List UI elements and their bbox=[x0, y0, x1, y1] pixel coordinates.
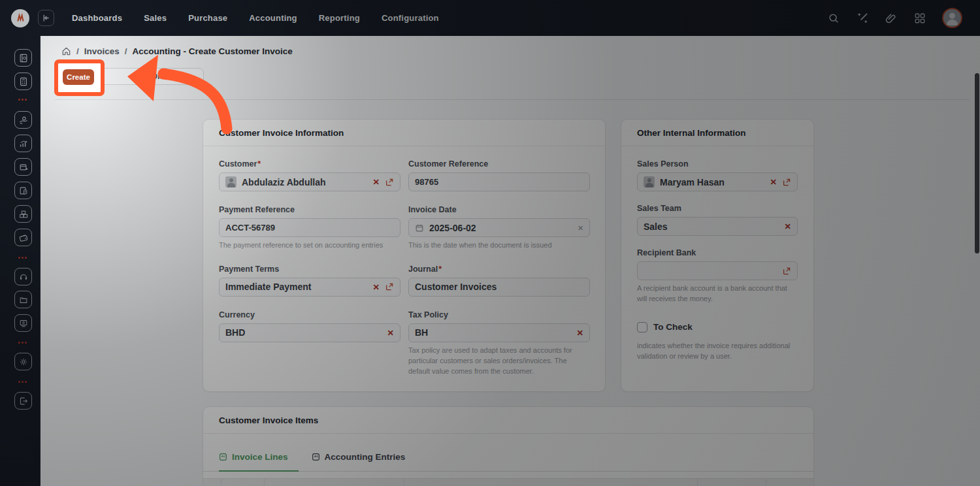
table-header-cell bbox=[203, 479, 221, 486]
required-marker: * bbox=[438, 265, 442, 274]
paperclip-icon[interactable] bbox=[885, 12, 898, 25]
breadcrumb-invoices[interactable]: Invoices bbox=[84, 46, 120, 56]
menu-purchase[interactable]: Purchase bbox=[188, 13, 227, 23]
customer-reference-input[interactable]: 98765 bbox=[408, 172, 590, 191]
header-divider bbox=[55, 99, 970, 100]
logo-glyph-icon bbox=[14, 12, 26, 24]
field-label: Tax Policy bbox=[408, 310, 448, 319]
other-internal-information-card: Other Internal Information Sales Person … bbox=[621, 119, 814, 392]
app-logo[interactable] bbox=[11, 9, 29, 27]
journal-input[interactable]: Customer Invoices bbox=[408, 278, 590, 297]
field-helper: The payment reference to set on accounti… bbox=[219, 240, 400, 251]
menu-accounting[interactable]: Accounting bbox=[249, 13, 297, 23]
field-label: Invoice Date bbox=[408, 205, 457, 214]
field-currency: Currency BHD ✕ bbox=[219, 310, 400, 377]
sidebar-collapse-button[interactable] bbox=[38, 10, 54, 26]
clear-sales-team-icon[interactable]: ✕ bbox=[785, 221, 791, 231]
field-journal: Journal* Customer Invoices bbox=[408, 265, 590, 297]
sidebar-support-icon[interactable] bbox=[14, 268, 32, 285]
sidebar-divider bbox=[18, 257, 27, 259]
menu-dashboards[interactable]: Dashboards bbox=[72, 13, 122, 23]
menu-reporting[interactable]: Reporting bbox=[319, 13, 360, 23]
field-customer: Customer* Abdulaziz Abdullah ✕ bbox=[219, 159, 400, 191]
sidebar-logout-icon[interactable] bbox=[14, 392, 32, 410]
payment-reference-input[interactable]: ACCT-56789 bbox=[219, 218, 400, 237]
open-customer-record-icon[interactable] bbox=[385, 178, 394, 187]
card-title: Customer Invoice Information bbox=[203, 120, 605, 146]
sidebar-packages-icon[interactable] bbox=[14, 205, 32, 223]
home-icon[interactable] bbox=[61, 46, 71, 56]
field-customer-reference: Customer Reference 98765 bbox=[408, 159, 590, 191]
field-payment-terms: Payment Terms Immediate Payment ✕ bbox=[219, 265, 400, 297]
to-check-checkbox[interactable] bbox=[637, 322, 647, 332]
clear-sales-person-icon[interactable]: ✕ bbox=[770, 177, 777, 187]
sales-person-input[interactable]: Maryam Hasan ✕ bbox=[637, 172, 798, 191]
open-recipient-bank-icon[interactable] bbox=[782, 267, 791, 276]
field-payment-reference: Payment Reference ACCT-56789 The payment… bbox=[219, 205, 400, 251]
field-label: Journal bbox=[408, 265, 438, 274]
to-check-row: To Check bbox=[637, 322, 798, 332]
field-tax-policy: Tax Policy BH ✕ Tax policy are used to a… bbox=[408, 310, 590, 377]
sidebar-calculator-icon[interactable] bbox=[14, 73, 32, 90]
vertical-scrollbar[interactable] bbox=[974, 72, 980, 486]
breadcrumb-separator: / bbox=[125, 46, 127, 56]
table-header-cell bbox=[766, 479, 813, 486]
sidebar-settings-icon[interactable] bbox=[14, 353, 32, 370]
clear-currency-icon[interactable]: ✕ bbox=[387, 328, 394, 338]
payment-terms-input[interactable]: Immediate Payment ✕ bbox=[219, 278, 400, 297]
field-sales-team: Sales Team Sales ✕ bbox=[637, 204, 798, 236]
tab-accounting-entries[interactable]: Accounting Entries bbox=[312, 452, 406, 471]
breadcrumb-separator: / bbox=[76, 46, 79, 56]
invoice-lines-table-header bbox=[203, 478, 813, 486]
tab-invoice-lines[interactable]: Invoice Lines bbox=[219, 452, 288, 471]
menu-sales[interactable]: Sales bbox=[144, 13, 167, 23]
sidebar-documents-icon[interactable] bbox=[14, 291, 32, 308]
user-avatar[interactable] bbox=[942, 8, 962, 28]
sidebar-display-icon[interactable] bbox=[14, 314, 32, 332]
customer-invoice-items-card: Customer Invoice Items Invoice Lines Acc… bbox=[203, 406, 814, 486]
tax-policy-input[interactable]: BH ✕ bbox=[408, 323, 590, 342]
field-helper: Tax policy are used to adapt taxes and a… bbox=[408, 346, 590, 377]
field-invoice-date: Invoice Date 2025-06-02 × This is the da… bbox=[408, 205, 590, 251]
breadcrumb: / Invoices / Accounting - Create Custome… bbox=[61, 46, 293, 56]
field-helper: This is the date when the document is is… bbox=[408, 240, 590, 251]
sidebar-divider bbox=[18, 342, 27, 344]
clear-date-icon[interactable]: × bbox=[578, 222, 583, 233]
customer-input[interactable]: Abdulaziz Abdullah ✕ bbox=[219, 172, 400, 191]
clear-tax-policy-icon[interactable]: ✕ bbox=[577, 328, 583, 338]
create-button[interactable]: Create bbox=[63, 69, 94, 85]
field-helper: A recipient bank account is a bank accou… bbox=[637, 284, 798, 304]
sidebar-ledger-icon[interactable] bbox=[14, 49, 32, 67]
left-sidebar bbox=[0, 36, 41, 486]
card-title: Other Internal Information bbox=[621, 120, 813, 146]
magic-wand-icon[interactable] bbox=[856, 12, 869, 25]
discard-button[interactable]: Discard bbox=[91, 68, 204, 85]
person-silhouette-icon bbox=[943, 9, 961, 27]
app-window: Dashboards Sales Purchase Accounting Rep… bbox=[0, 0, 980, 486]
table-header-cell bbox=[221, 479, 265, 486]
clear-customer-icon[interactable]: ✕ bbox=[373, 177, 380, 187]
table-header-cell bbox=[698, 479, 766, 486]
clear-payment-terms-icon[interactable]: ✕ bbox=[373, 282, 380, 292]
field-helper: indicates whether the invoice requires a… bbox=[637, 341, 798, 362]
field-label: Payment Reference bbox=[219, 205, 295, 214]
calendar-icon bbox=[415, 223, 424, 233]
sales-team-input[interactable]: Sales ✕ bbox=[637, 217, 798, 236]
open-payment-terms-icon[interactable] bbox=[385, 282, 394, 291]
recipient-bank-input[interactable] bbox=[637, 261, 798, 280]
search-icon[interactable] bbox=[827, 12, 840, 25]
sidebar-billing-icon[interactable] bbox=[14, 182, 32, 199]
open-sales-person-icon[interactable] bbox=[782, 178, 791, 187]
sidebar-wallet-icon[interactable] bbox=[14, 229, 32, 246]
sidebar-sales-icon[interactable] bbox=[14, 111, 32, 129]
table-header-cell bbox=[404, 479, 698, 486]
sidebar-inventory-add-icon[interactable] bbox=[14, 158, 32, 176]
apps-grid-icon[interactable] bbox=[913, 12, 926, 25]
menu-configuration[interactable]: Configuration bbox=[382, 13, 439, 23]
scrollbar-thumb[interactable] bbox=[975, 73, 979, 253]
field-recipient-bank: Recipient Bank A recipient bank account … bbox=[637, 248, 798, 304]
sidebar-analytics-icon[interactable] bbox=[14, 135, 32, 152]
page-title: Accounting - Create Customer Invoice bbox=[133, 46, 293, 56]
currency-input[interactable]: BHD ✕ bbox=[219, 323, 400, 342]
invoice-date-input[interactable]: 2025-06-02 × bbox=[408, 218, 590, 237]
